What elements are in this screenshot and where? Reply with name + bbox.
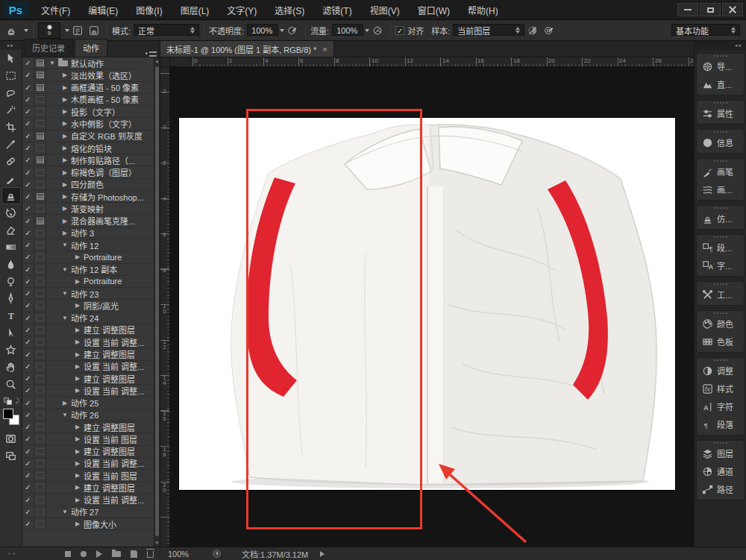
expand-arrow-icon[interactable]: ▶ xyxy=(74,484,81,491)
expand-arrow-icon[interactable]: ▶ xyxy=(74,351,81,358)
type-tool[interactable]: T xyxy=(1,307,21,324)
dialog-toggle[interactable] xyxy=(34,251,46,262)
panel-button-brush[interactable]: 画笔 xyxy=(697,163,744,180)
expand-arrow-icon[interactable]: ▶ xyxy=(74,339,81,345)
move-tool[interactable] xyxy=(1,50,21,67)
include-checkbox[interactable]: ✓ xyxy=(22,69,34,81)
blur-tool[interactable] xyxy=(1,256,21,273)
include-checkbox[interactable]: ✓ xyxy=(22,348,34,359)
action-row[interactable]: ✓ ▶ 设置 当前 调整... xyxy=(22,458,154,470)
action-row[interactable]: ✓ ▶ 建立 调整图层 xyxy=(22,421,154,433)
expand-arrow-icon[interactable]: ▼ xyxy=(61,509,69,515)
dialog-toggle[interactable] xyxy=(34,446,46,457)
panel-button-paths[interactable]: 路径 xyxy=(697,480,744,498)
action-row[interactable]: ✓ ▶ 图像大小 xyxy=(22,518,154,530)
shape-tool[interactable] xyxy=(1,342,21,359)
expand-arrow-icon[interactable]: ▶ xyxy=(74,520,81,527)
lasso-tool[interactable] xyxy=(1,84,21,101)
new-action-icon[interactable] xyxy=(131,550,137,558)
dialog-toggle[interactable] xyxy=(34,203,46,214)
expand-arrow-icon[interactable]: ▶ xyxy=(74,375,81,382)
ignore-adjustment-layers-icon[interactable] xyxy=(524,23,541,38)
expand-arrow-icon[interactable]: ▶ xyxy=(61,133,69,139)
swap-colors-icon[interactable]: ⤸ xyxy=(2,397,20,405)
dialog-toggle[interactable] xyxy=(34,288,46,299)
rect-marquee-tool[interactable] xyxy=(1,67,21,84)
dialog-toggle[interactable] xyxy=(34,433,46,444)
quick-select-tool[interactable] xyxy=(1,101,21,119)
include-checkbox[interactable]: ✓ xyxy=(22,251,34,262)
include-checkbox[interactable]: ✓ xyxy=(22,361,34,372)
include-checkbox[interactable]: ✓ xyxy=(22,336,34,347)
opacity-input[interactable]: 100% xyxy=(247,24,278,37)
action-row[interactable]: ✓ ▶ 建立 调整图层 xyxy=(22,324,154,336)
menu-item[interactable]: 文字(Y) xyxy=(219,1,265,19)
menu-item[interactable]: 视图(V) xyxy=(362,1,408,19)
align-checkbox[interactable]: ✓ xyxy=(395,26,404,35)
panel-button-character[interactable]: A字符 xyxy=(697,397,744,415)
quick-mask-button[interactable] xyxy=(1,430,21,447)
action-row[interactable]: ✓ ▶ 木质画框 - 50 像素 xyxy=(22,94,154,106)
expand-arrow-icon[interactable]: ▶ xyxy=(74,278,81,285)
dialog-toggle[interactable] xyxy=(34,324,46,336)
include-checkbox[interactable]: ✓ xyxy=(22,130,34,142)
dialog-toggle[interactable] xyxy=(34,518,46,529)
action-row[interactable]: ✓ ▶ 设置 当前 调整... xyxy=(22,336,154,348)
action-row[interactable]: ✓ ▶ 建立 调整图层 xyxy=(22,446,154,458)
expand-arrow-icon[interactable]: ▼ xyxy=(61,266,69,273)
canvas-viewport[interactable]: 0246810121416182022242628 20246810121416… xyxy=(160,57,694,547)
sample-select[interactable]: 当前图层 xyxy=(453,24,524,37)
action-row[interactable]: ✓ ▶ 设置 当前 调整... xyxy=(22,494,154,506)
actions-scrollbar[interactable]: ▲ ▼ xyxy=(154,57,160,547)
screen-mode-button[interactable] xyxy=(1,447,21,465)
include-checkbox[interactable]: ✓ xyxy=(22,300,34,311)
menu-item[interactable]: 编辑(E) xyxy=(80,1,126,19)
dialog-toggle[interactable] xyxy=(34,421,46,432)
dialog-toggle[interactable] xyxy=(34,179,46,190)
action-row[interactable]: ✓ ▶ 设置 当前 图层 xyxy=(22,470,154,482)
include-checkbox[interactable]: ✓ xyxy=(22,373,34,384)
dialog-toggle[interactable] xyxy=(34,106,46,117)
expand-arrow-icon[interactable]: ▶ xyxy=(61,181,69,188)
stop-recording-icon[interactable] xyxy=(65,551,71,557)
flow-input[interactable]: 100% xyxy=(332,24,363,37)
toggle-brush-panel-button[interactable] xyxy=(69,23,86,38)
zoom-level-field[interactable]: 100% xyxy=(168,550,202,559)
panel-button-swatches[interactable]: 色板 xyxy=(697,333,744,350)
scroll-up-icon[interactable]: ▲ xyxy=(154,57,160,65)
crop-tool[interactable] xyxy=(1,119,21,136)
include-checkbox[interactable]: ✓ xyxy=(22,203,34,214)
menu-item[interactable]: 选择(S) xyxy=(266,1,313,19)
dialog-toggle[interactable] xyxy=(34,82,46,93)
adobe-drive-icon[interactable] xyxy=(213,550,221,558)
panel-button-tool-presets[interactable]: 工... xyxy=(697,286,744,303)
include-checkbox[interactable]: ✓ xyxy=(22,264,34,275)
action-row[interactable]: ✓ ▶ Portraiture xyxy=(22,251,154,263)
menu-item[interactable]: 图像(I) xyxy=(128,1,170,19)
expand-arrow-icon[interactable]: ▶ xyxy=(74,363,81,370)
include-checkbox[interactable]: ✓ xyxy=(22,458,34,469)
close-button[interactable] xyxy=(722,3,743,16)
workspace-switcher[interactable]: 基本功能 xyxy=(671,24,740,37)
dialog-toggle[interactable] xyxy=(34,385,46,396)
workspace-select[interactable]: 基本功能 xyxy=(671,24,740,37)
dialog-toggle[interactable] xyxy=(34,276,46,287)
action-row[interactable]: ✓ ▶ 画框通道 - 50 像素 xyxy=(22,82,154,94)
include-checkbox[interactable]: ✓ xyxy=(22,179,34,190)
dialog-toggle[interactable] xyxy=(34,409,46,421)
include-checkbox[interactable]: ✓ xyxy=(22,276,34,287)
include-checkbox[interactable]: ✓ xyxy=(22,312,34,324)
action-row[interactable]: ✓ ▶ 设置 当前 调整... xyxy=(22,385,154,397)
dialog-toggle[interactable] xyxy=(34,166,46,177)
include-checkbox[interactable]: ✓ xyxy=(22,57,34,69)
pen-pressure-size-icon[interactable] xyxy=(541,23,557,38)
dialog-toggle[interactable] xyxy=(34,348,46,359)
action-row[interactable]: ✓ ▶ 混合器画笔克隆... xyxy=(22,215,154,227)
panel-button-histogram[interactable]: 直... xyxy=(697,75,744,93)
hand-tool[interactable] xyxy=(1,359,21,376)
panel-button-channels[interactable]: 通道 xyxy=(697,462,744,480)
action-row[interactable]: ✓ ▶ 动作 25 xyxy=(22,397,154,409)
action-row[interactable]: ✓ ▶ 存储为 Photoshop... xyxy=(22,191,154,203)
action-row[interactable]: ✓ ▶ 熔化的铅块 xyxy=(22,142,154,154)
dialog-toggle[interactable] xyxy=(34,57,46,69)
